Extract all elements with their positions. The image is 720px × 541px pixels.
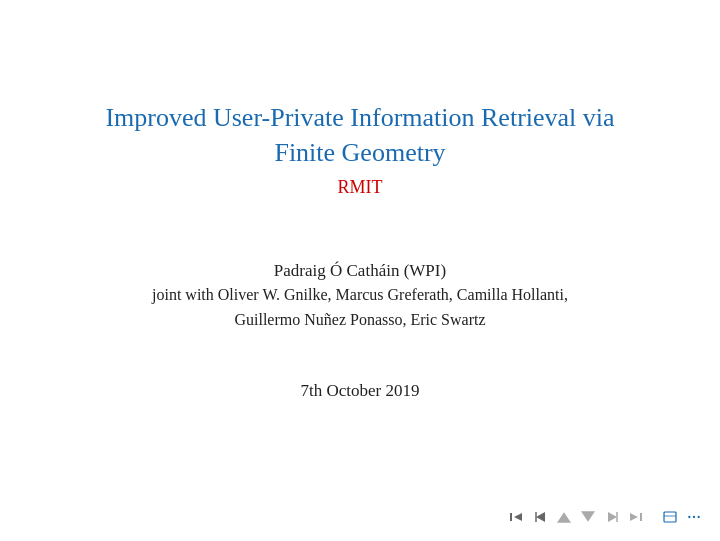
svg-point-13 [693,516,695,518]
slide: Improved User-Private Information Retrie… [0,0,720,541]
svg-marker-6 [608,512,617,522]
nav-up-icon[interactable] [554,509,574,525]
svg-marker-9 [630,513,638,521]
svg-marker-1 [514,513,522,521]
svg-marker-2 [536,512,545,522]
author-joint-line1: joint with Oliver W. Gnilke, Marcus Gref… [152,283,568,308]
svg-marker-4 [557,512,571,523]
institution-label: RMIT [105,177,614,198]
nav-icons [506,509,704,525]
title-line-1: Improved User-Private Information Retrie… [105,100,614,135]
svg-marker-5 [581,511,595,522]
slide-icon[interactable] [660,509,680,525]
svg-rect-8 [640,513,642,521]
nav-next-prev-icon[interactable] [602,509,622,525]
title-line-2: Finite Geometry [105,135,614,170]
nav-down-icon[interactable] [578,509,598,525]
nav-last-icon[interactable] [626,509,646,525]
author-joint-line2: Guillermo Nuñez Ponasso, Eric Swartz [152,308,568,333]
svg-point-14 [698,516,700,518]
svg-point-12 [688,516,690,518]
author-main: Padraig Ó Catháin (WPI) [152,258,568,284]
bottom-bar [0,501,720,541]
nav-prev-icon[interactable] [530,509,550,525]
date-text: 7th October 2019 [301,381,420,401]
date-block: 7th October 2019 [301,381,420,401]
authors-block: Padraig Ó Catháin (WPI) joint with Olive… [152,258,568,333]
content-area: Improved User-Private Information Retrie… [0,0,720,541]
title-block: Improved User-Private Information Retrie… [105,100,614,197]
svg-rect-10 [664,512,676,522]
nav-first-icon[interactable] [506,509,526,525]
menu-icon[interactable] [684,509,704,525]
svg-rect-0 [510,513,512,521]
